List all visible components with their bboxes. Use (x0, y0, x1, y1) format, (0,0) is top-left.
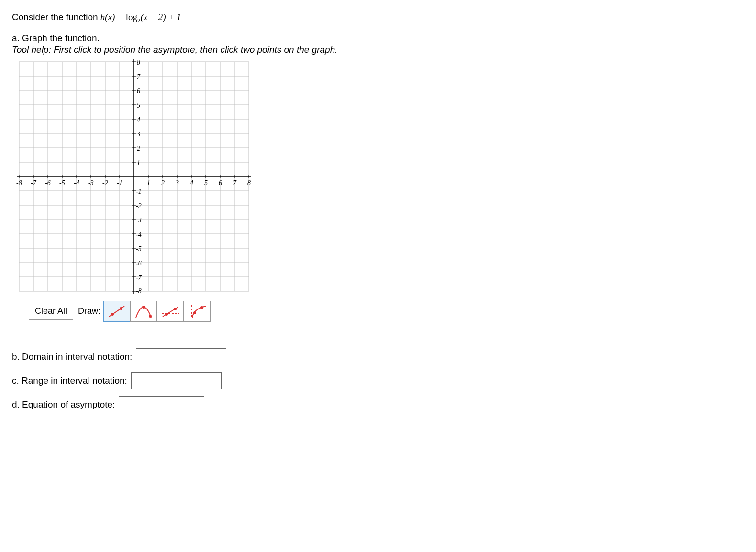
svg-text:8: 8 (137, 59, 140, 66)
svg-text:-3: -3 (88, 179, 94, 187)
svg-text:-4: -4 (74, 179, 79, 187)
svg-text:-6: -6 (136, 260, 142, 267)
svg-text:-7: -7 (31, 179, 37, 187)
svg-text:1: 1 (147, 179, 150, 187)
svg-text:5: 5 (137, 102, 140, 109)
svg-point-105 (165, 313, 168, 316)
parabola-tool-icon[interactable] (130, 301, 157, 322)
domain-input[interactable] (136, 348, 226, 365)
svg-text:-1: -1 (117, 179, 122, 187)
svg-text:-8: -8 (16, 179, 22, 187)
svg-point-106 (174, 308, 177, 310)
svg-text:-1: -1 (136, 188, 142, 195)
coordinate-grid[interactable]: -8-7-6 -5-4-3 -2-1 123 456 78 876 543 21… (14, 57, 254, 296)
svg-text:-7: -7 (136, 274, 142, 281)
svg-point-100 (120, 307, 122, 310)
svg-text:7: 7 (233, 179, 237, 187)
svg-text:5: 5 (204, 179, 208, 187)
svg-text:8: 8 (247, 179, 251, 187)
part-b-label: b. Domain in interval notation: (12, 352, 132, 362)
questions-block: b. Domain in interval notation: c. Range… (12, 348, 744, 413)
line-tool-icon[interactable] (103, 301, 130, 322)
svg-text:2: 2 (137, 145, 140, 152)
range-input[interactable] (131, 372, 222, 389)
part-a-label: a. Graph the function. (12, 33, 744, 44)
svg-point-99 (111, 313, 114, 316)
svg-text:6: 6 (219, 179, 222, 187)
asymptote-line-tool-icon[interactable] (157, 301, 184, 322)
svg-text:-5: -5 (136, 245, 142, 253)
problem-prompt: Consider the function h(x) = log2(x − 2)… (12, 12, 744, 24)
tool-help-text: Tool help: First click to position the a… (12, 44, 744, 55)
asymptote-input[interactable] (119, 396, 204, 413)
svg-text:-5: -5 (59, 179, 65, 187)
draw-label: Draw: (78, 306, 100, 316)
clear-all-button[interactable]: Clear All (29, 303, 73, 320)
svg-text:3: 3 (175, 179, 179, 187)
svg-text:4: 4 (190, 179, 193, 187)
graph-controls: Clear All Draw: (29, 301, 744, 322)
graph-canvas[interactable]: -8-7-6 -5-4-3 -2-1 123 456 78 876 543 21… (14, 57, 744, 322)
svg-text:-3: -3 (136, 217, 142, 224)
part-c-label: c. Range in interval notation: (12, 375, 127, 386)
svg-text:4: 4 (137, 116, 140, 123)
part-c-row: c. Range in interval notation: (12, 372, 744, 389)
part-d-row: d. Equation of asymptote: (12, 396, 744, 413)
svg-point-102 (149, 315, 152, 318)
svg-text:7: 7 (137, 73, 141, 80)
svg-point-101 (142, 306, 145, 309)
log-curve-tool-icon[interactable] (184, 301, 211, 322)
draw-tool-palette (103, 301, 211, 322)
svg-text:-2: -2 (136, 202, 142, 210)
prompt-intro: Consider the function (12, 12, 100, 22)
svg-text:3: 3 (136, 131, 140, 138)
svg-text:-4: -4 (136, 231, 142, 238)
svg-point-109 (200, 306, 203, 309)
part-b-row: b. Domain in interval notation: (12, 348, 744, 365)
svg-text:-2: -2 (102, 179, 108, 187)
svg-text:6: 6 (137, 88, 140, 95)
function-expression: h(x) = log2(x − 2) + 1 (100, 12, 181, 22)
svg-point-108 (193, 311, 196, 314)
svg-text:-8: -8 (136, 287, 142, 295)
part-d-label: d. Equation of asymptote: (12, 399, 115, 410)
svg-text:2: 2 (161, 179, 165, 187)
svg-text:1: 1 (137, 159, 140, 166)
svg-text:-6: -6 (45, 179, 51, 187)
